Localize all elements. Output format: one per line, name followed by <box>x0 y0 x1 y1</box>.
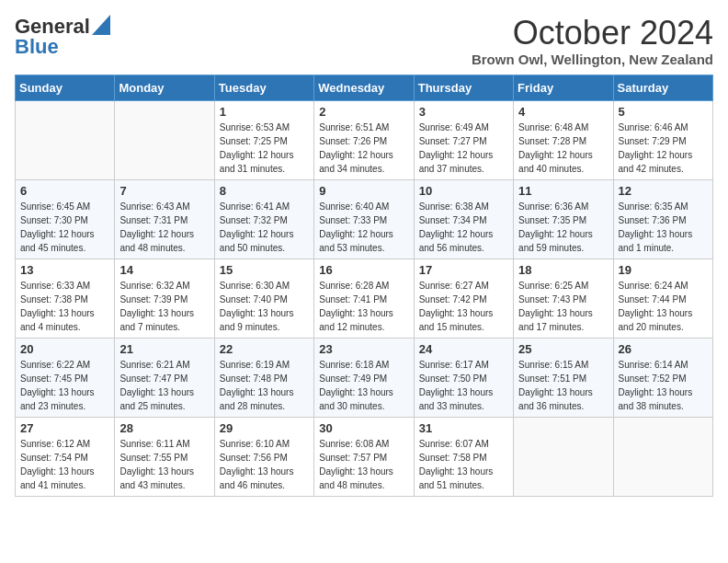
day-number: 8 <box>220 184 309 198</box>
logo-icon <box>92 15 110 35</box>
day-info: Sunrise: 6:28 AMSunset: 7:41 PMDaylight:… <box>319 279 408 334</box>
day-number: 11 <box>518 184 608 198</box>
location-subtitle: Brown Owl, Wellington, New Zealand <box>472 52 713 67</box>
day-info: Sunrise: 6:43 AMSunset: 7:31 PMDaylight:… <box>119 200 209 255</box>
month-title: October 2024 <box>472 15 713 52</box>
day-info: Sunrise: 6:19 AMSunset: 7:48 PMDaylight:… <box>220 358 309 413</box>
day-info: Sunrise: 6:12 AMSunset: 7:54 PMDaylight:… <box>20 437 109 492</box>
day-info: Sunrise: 6:53 AMSunset: 7:25 PMDaylight:… <box>220 121 309 176</box>
calendar-cell: 15Sunrise: 6:30 AMSunset: 7:40 PMDayligh… <box>214 259 313 338</box>
calendar-cell: 30Sunrise: 6:08 AMSunset: 7:57 PMDayligh… <box>314 417 414 496</box>
title-block: October 2024 Brown Owl, Wellington, New … <box>472 15 713 67</box>
day-info: Sunrise: 6:10 AMSunset: 7:56 PMDaylight:… <box>220 437 309 492</box>
calendar-cell: 27Sunrise: 6:12 AMSunset: 7:54 PMDayligh… <box>16 417 115 496</box>
day-number: 5 <box>619 105 708 119</box>
calendar-cell: 10Sunrise: 6:38 AMSunset: 7:34 PMDayligh… <box>414 179 513 259</box>
calendar-cell <box>613 417 712 496</box>
col-header-thursday: Thursday <box>414 75 513 100</box>
day-number: 3 <box>419 105 508 119</box>
calendar-cell: 22Sunrise: 6:19 AMSunset: 7:48 PMDayligh… <box>214 338 313 417</box>
col-header-monday: Monday <box>115 75 214 100</box>
calendar-cell: 14Sunrise: 6:32 AMSunset: 7:39 PMDayligh… <box>115 259 214 338</box>
calendar-week-5: 27Sunrise: 6:12 AMSunset: 7:54 PMDayligh… <box>16 417 713 496</box>
calendar-cell: 25Sunrise: 6:15 AMSunset: 7:51 PMDayligh… <box>514 338 613 417</box>
day-info: Sunrise: 6:22 AMSunset: 7:45 PMDaylight:… <box>20 358 109 413</box>
day-number: 23 <box>319 342 408 356</box>
day-info: Sunrise: 6:51 AMSunset: 7:26 PMDaylight:… <box>319 121 408 176</box>
calendar-cell: 17Sunrise: 6:27 AMSunset: 7:42 PMDayligh… <box>414 259 513 338</box>
calendar-cell: 18Sunrise: 6:25 AMSunset: 7:43 PMDayligh… <box>514 259 613 338</box>
day-info: Sunrise: 6:45 AMSunset: 7:30 PMDaylight:… <box>20 200 109 255</box>
day-info: Sunrise: 6:48 AMSunset: 7:28 PMDaylight:… <box>518 121 608 176</box>
day-number: 25 <box>518 342 608 356</box>
calendar-cell: 16Sunrise: 6:28 AMSunset: 7:41 PMDayligh… <box>314 259 414 338</box>
day-number: 17 <box>419 263 508 277</box>
day-info: Sunrise: 6:24 AMSunset: 7:44 PMDaylight:… <box>619 279 708 334</box>
day-info: Sunrise: 6:49 AMSunset: 7:27 PMDaylight:… <box>419 121 508 176</box>
day-number: 15 <box>220 263 309 277</box>
calendar-cell: 19Sunrise: 6:24 AMSunset: 7:44 PMDayligh… <box>613 259 712 338</box>
day-info: Sunrise: 6:21 AMSunset: 7:47 PMDaylight:… <box>119 358 209 413</box>
day-number: 2 <box>319 105 408 119</box>
calendar-cell: 6Sunrise: 6:45 AMSunset: 7:30 PMDaylight… <box>16 179 115 259</box>
day-info: Sunrise: 6:46 AMSunset: 7:29 PMDaylight:… <box>619 121 708 176</box>
day-number: 6 <box>20 184 109 198</box>
calendar-cell: 2Sunrise: 6:51 AMSunset: 7:26 PMDaylight… <box>314 100 414 179</box>
svg-marker-0 <box>92 15 110 35</box>
calendar-header-row: SundayMondayTuesdayWednesdayThursdayFrid… <box>16 75 713 100</box>
day-info: Sunrise: 6:08 AMSunset: 7:57 PMDaylight:… <box>319 437 408 492</box>
day-info: Sunrise: 6:07 AMSunset: 7:58 PMDaylight:… <box>419 437 508 492</box>
day-info: Sunrise: 6:17 AMSunset: 7:50 PMDaylight:… <box>419 358 508 413</box>
calendar-cell: 13Sunrise: 6:33 AMSunset: 7:38 PMDayligh… <box>16 259 115 338</box>
day-number: 22 <box>220 342 309 356</box>
calendar-cell <box>514 417 613 496</box>
day-number: 9 <box>319 184 408 198</box>
day-info: Sunrise: 6:36 AMSunset: 7:35 PMDaylight:… <box>518 200 608 255</box>
day-number: 26 <box>619 342 708 356</box>
day-info: Sunrise: 6:30 AMSunset: 7:40 PMDaylight:… <box>220 279 309 334</box>
calendar-week-2: 6Sunrise: 6:45 AMSunset: 7:30 PMDaylight… <box>16 179 713 259</box>
calendar-week-3: 13Sunrise: 6:33 AMSunset: 7:38 PMDayligh… <box>16 259 713 338</box>
calendar-cell: 21Sunrise: 6:21 AMSunset: 7:47 PMDayligh… <box>115 338 214 417</box>
day-number: 13 <box>20 263 109 277</box>
day-info: Sunrise: 6:40 AMSunset: 7:33 PMDaylight:… <box>319 200 408 255</box>
day-info: Sunrise: 6:32 AMSunset: 7:39 PMDaylight:… <box>119 279 209 334</box>
day-info: Sunrise: 6:33 AMSunset: 7:38 PMDaylight:… <box>20 279 109 334</box>
calendar-cell: 26Sunrise: 6:14 AMSunset: 7:52 PMDayligh… <box>613 338 712 417</box>
day-info: Sunrise: 6:11 AMSunset: 7:55 PMDaylight:… <box>119 437 209 492</box>
day-info: Sunrise: 6:25 AMSunset: 7:43 PMDaylight:… <box>518 279 608 334</box>
day-number: 24 <box>419 342 508 356</box>
calendar-cell: 23Sunrise: 6:18 AMSunset: 7:49 PMDayligh… <box>314 338 414 417</box>
calendar-cell: 4Sunrise: 6:48 AMSunset: 7:28 PMDaylight… <box>514 100 613 179</box>
day-info: Sunrise: 6:15 AMSunset: 7:51 PMDaylight:… <box>518 358 608 413</box>
day-number: 10 <box>419 184 508 198</box>
calendar-cell: 11Sunrise: 6:36 AMSunset: 7:35 PMDayligh… <box>514 179 613 259</box>
calendar-week-1: 1Sunrise: 6:53 AMSunset: 7:25 PMDaylight… <box>16 100 713 179</box>
calendar-cell: 20Sunrise: 6:22 AMSunset: 7:45 PMDayligh… <box>16 338 115 417</box>
calendar-cell: 29Sunrise: 6:10 AMSunset: 7:56 PMDayligh… <box>214 417 313 496</box>
day-info: Sunrise: 6:14 AMSunset: 7:52 PMDaylight:… <box>619 358 708 413</box>
day-info: Sunrise: 6:38 AMSunset: 7:34 PMDaylight:… <box>419 200 508 255</box>
day-number: 21 <box>119 342 209 356</box>
day-number: 28 <box>119 421 209 435</box>
calendar-cell: 9Sunrise: 6:40 AMSunset: 7:33 PMDaylight… <box>314 179 414 259</box>
day-number: 19 <box>619 263 708 277</box>
day-number: 20 <box>20 342 109 356</box>
calendar-cell: 5Sunrise: 6:46 AMSunset: 7:29 PMDaylight… <box>613 100 712 179</box>
calendar-cell: 31Sunrise: 6:07 AMSunset: 7:58 PMDayligh… <box>414 417 513 496</box>
calendar-cell: 12Sunrise: 6:35 AMSunset: 7:36 PMDayligh… <box>613 179 712 259</box>
day-info: Sunrise: 6:27 AMSunset: 7:42 PMDaylight:… <box>419 279 508 334</box>
day-number: 30 <box>319 421 408 435</box>
col-header-friday: Friday <box>514 75 613 100</box>
calendar-cell: 8Sunrise: 6:41 AMSunset: 7:32 PMDaylight… <box>214 179 313 259</box>
day-number: 14 <box>119 263 209 277</box>
day-number: 16 <box>319 263 408 277</box>
logo: General Blue <box>15 15 110 59</box>
calendar-cell <box>16 100 115 179</box>
day-number: 27 <box>20 421 109 435</box>
col-header-sunday: Sunday <box>16 75 115 100</box>
calendar-cell <box>115 100 214 179</box>
col-header-tuesday: Tuesday <box>214 75 313 100</box>
day-info: Sunrise: 6:18 AMSunset: 7:49 PMDaylight:… <box>319 358 408 413</box>
calendar-cell: 1Sunrise: 6:53 AMSunset: 7:25 PMDaylight… <box>214 100 313 179</box>
